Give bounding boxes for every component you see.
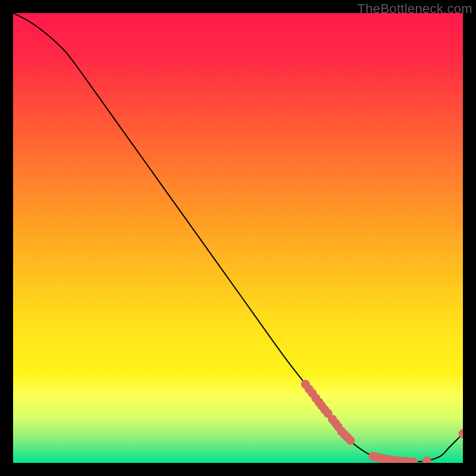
gradient-background	[13, 13, 463, 463]
data-marker	[346, 436, 355, 445]
chart-svg	[13, 13, 463, 463]
plot-area	[13, 13, 463, 463]
chart-frame: TheBottleneck.com	[0, 0, 476, 476]
watermark-text: TheBottleneck.com	[358, 1, 472, 17]
